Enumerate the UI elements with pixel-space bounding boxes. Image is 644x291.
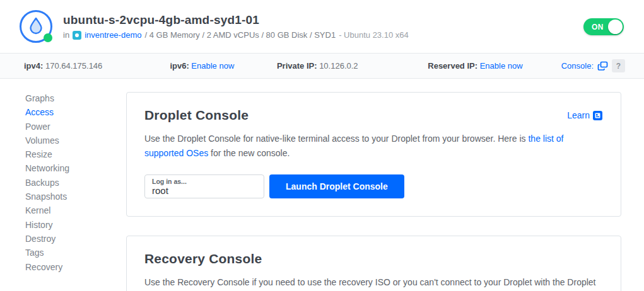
sidebar-item-destroy[interactable]: Destroy (25, 232, 126, 246)
in-label: in (63, 30, 69, 40)
recovery-console-head: Recovery Console (144, 251, 603, 266)
recovery-console-description: Use the Recovery Console if you need to … (144, 275, 603, 291)
console-segment: Console: ? (561, 59, 625, 72)
power-toggle-knob (608, 20, 623, 34)
ipv4-segment: ipv4: 170.64.175.146 (24, 61, 170, 71)
recovery-console-card: Recovery Console Use the Recovery Consol… (126, 236, 621, 291)
project-link[interactable]: inventree-demo (85, 30, 141, 40)
power-status-dot (44, 33, 52, 42)
droplet-avatar (19, 9, 53, 43)
sidebar-item-resize[interactable]: Resize (25, 147, 126, 161)
droplet-name: ubuntu-s-2vcpu-4gb-amd-syd1-01 (63, 13, 583, 27)
sidebar-item-kernel[interactable]: Kernel (25, 203, 126, 217)
login-as-label: Log in as... (152, 178, 257, 185)
droplet-subtitle: in inventree-demo / 4 GB Memory / 2 AMD … (63, 30, 583, 40)
ipv6-segment: ipv6: Enable now (170, 61, 277, 71)
learn-link[interactable]: Learn (567, 110, 603, 121)
help-button[interactable]: ? (612, 59, 625, 72)
droplet-console-desc-text-after: for the new console. (208, 148, 290, 158)
droplet-console-card: Droplet Console Learn Use the Droplet Co… (126, 92, 621, 217)
open-console-window-icon[interactable] (597, 61, 608, 71)
learn-link-label: Learn (567, 110, 590, 120)
sidebar-item-recovery[interactable]: Recovery (25, 260, 126, 274)
ipv6-enable-link[interactable]: Enable now (191, 61, 234, 71)
reserved-ip-label: Reserved IP: (428, 61, 477, 71)
private-ip-value: 10.126.0.2 (319, 61, 358, 71)
main-panel: Droplet Console Learn Use the Droplet Co… (126, 79, 621, 291)
ipv4-label: ipv4: (24, 61, 43, 71)
launch-droplet-console-button[interactable]: Launch Droplet Console (269, 174, 404, 198)
project-icon (73, 31, 81, 40)
login-as-input[interactable] (152, 185, 257, 197)
sidebar-item-tags[interactable]: Tags (25, 246, 126, 260)
droplet-detail-page: ubuntu-s-2vcpu-4gb-amd-syd1-01 in invent… (0, 0, 644, 291)
droplet-os: - Ubuntu 23.10 x64 (339, 30, 409, 40)
private-ip-segment: Private IP: 10.126.0.2 (277, 61, 428, 71)
sidebar-item-access[interactable]: Access (25, 105, 126, 119)
ipv4-value: 170.64.175.146 (45, 61, 102, 71)
ipv6-label: ipv6: (170, 61, 189, 71)
learn-book-icon (592, 110, 603, 121)
reserved-ip-segment: Reserved IP: Enable now (428, 61, 561, 71)
network-info-bar: ipv4: 170.64.175.146 ipv6: Enable now Pr… (0, 53, 644, 79)
console-link[interactable]: Console: (561, 61, 594, 71)
recovery-console-title: Recovery Console (144, 251, 262, 266)
sidebar-item-power[interactable]: Power (25, 120, 126, 134)
sidebar-item-networking[interactable]: Networking (25, 161, 126, 175)
console-action-row: Log in as... Launch Droplet Console (144, 174, 603, 198)
private-ip-label: Private IP: (277, 61, 317, 71)
sidebar-item-history[interactable]: History (25, 218, 126, 232)
power-toggle-label: ON (592, 23, 604, 31)
sidebar-item-graphs[interactable]: Graphs (25, 91, 126, 105)
reserved-ip-enable-link[interactable]: Enable now (480, 61, 523, 71)
droplet-sidebar: Graphs Access Power Volumes Resize Netwo… (0, 79, 126, 291)
sidebar-item-snapshots[interactable]: Snapshots (25, 190, 126, 203)
droplet-console-head: Droplet Console Learn (144, 108, 603, 123)
droplet-console-description: Use the Droplet Console for native-like … (144, 132, 603, 161)
sidebar-item-volumes[interactable]: Volumes (25, 134, 126, 147)
login-as-field[interactable]: Log in as... (144, 174, 264, 198)
droplet-console-title: Droplet Console (144, 108, 249, 123)
droplet-header: ubuntu-s-2vcpu-4gb-amd-syd1-01 in invent… (0, 0, 644, 53)
sidebar-item-backups[interactable]: Backups (25, 176, 126, 190)
droplet-header-text: ubuntu-s-2vcpu-4gb-amd-syd1-01 in invent… (63, 13, 583, 40)
droplet-specs: / 4 GB Memory / 2 AMD vCPUs / 80 GB Disk… (144, 30, 336, 40)
page-content: Graphs Access Power Volumes Resize Netwo… (0, 79, 644, 291)
power-toggle[interactable]: ON (583, 18, 624, 35)
droplet-console-desc-text: Use the Droplet Console for native-like … (144, 134, 528, 144)
